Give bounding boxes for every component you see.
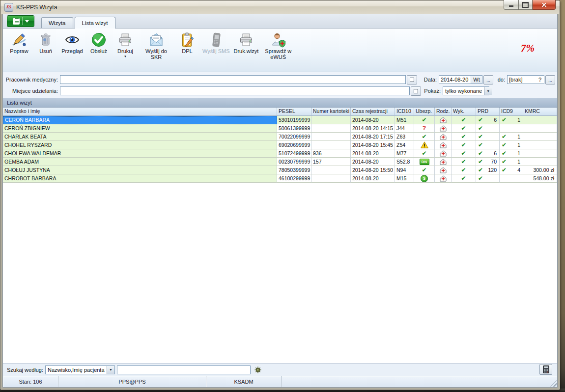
date-to-help-button[interactable]: ? bbox=[536, 76, 544, 84]
cell-icd10: Z63 bbox=[395, 133, 414, 141]
cell-czas: 2014-08-20 bbox=[351, 174, 395, 183]
status-segment-1: PPS@PPS bbox=[58, 376, 206, 387]
list-group-header: Lista wizyt bbox=[3, 98, 557, 108]
date-to-browse-button[interactable]: ... bbox=[545, 75, 555, 84]
search-mode-dropdown[interactable]: Nazwisko,Imię pacjenta ▼ bbox=[45, 365, 115, 374]
column-header-czas-rejestracji[interactable]: Czas rejestracji bbox=[351, 108, 395, 116]
chevron-down-icon: ▼ bbox=[484, 87, 492, 95]
search-gear-icon[interactable] bbox=[254, 366, 261, 373]
cell-wyk: ✔ bbox=[452, 124, 476, 133]
pracownik-input[interactable] bbox=[60, 75, 406, 84]
toolbar-button-drukuj[interactable]: Drukuj▼ bbox=[112, 30, 139, 59]
menu-separator bbox=[22, 17, 23, 25]
check-circle-icon bbox=[90, 31, 107, 48]
cell-icd9: ✔1 bbox=[500, 158, 523, 166]
status-segment-3 bbox=[282, 376, 557, 387]
title-bar[interactable]: KS KS-PPS Wizyta bbox=[0, 0, 560, 14]
dn-badge-icon: DN bbox=[420, 159, 429, 165]
date-from-input[interactable] bbox=[439, 76, 471, 84]
table-row[interactable]: CHOHEL RYSZARD690206999992014-08-20 15:4… bbox=[3, 141, 557, 149]
tab-lista-wizyt[interactable]: Lista wizyt bbox=[75, 17, 115, 28]
progress-percent: 7% bbox=[521, 42, 535, 55]
cell-rodz bbox=[435, 149, 452, 158]
prd-value: 70 bbox=[491, 158, 497, 165]
cell-prd: ✔70 bbox=[476, 158, 500, 166]
cell-prd: ✔6 bbox=[476, 149, 500, 158]
status-bar: Stan: 106PPS@PPSKSADM bbox=[3, 376, 557, 387]
cell-ubezp: ✔ bbox=[414, 116, 435, 124]
tab-wizyta[interactable]: Wizyta bbox=[41, 17, 73, 28]
table-row[interactable]: CHARLAK BEATA700220999992014-08-20 17:15… bbox=[3, 133, 557, 141]
column-header-kmrc[interactable]: KMRC bbox=[523, 108, 557, 116]
close-button[interactable] bbox=[533, 0, 556, 10]
column-header-rodz[interactable]: Rodz. bbox=[435, 108, 452, 116]
cell-ubezp: DN bbox=[414, 158, 435, 166]
pracownik-picker-button[interactable] bbox=[407, 75, 417, 84]
check-icon: ✔ bbox=[478, 117, 483, 123]
column-header-numer-kartoteki[interactable]: Numer kartoteki bbox=[311, 108, 351, 116]
column-header-wyk[interactable]: Wyk. bbox=[452, 108, 476, 116]
table-row[interactable]: CHOŁUJ JUSTYNA780503999992014-08-20 15:5… bbox=[3, 166, 557, 174]
cell-pesel: 70022099999 bbox=[277, 133, 311, 141]
cell-czas: 2014-08-20 bbox=[351, 158, 395, 166]
cell-prd: ✔6 bbox=[476, 116, 500, 124]
cell-kmrc bbox=[523, 158, 557, 166]
icd9-value: 1 bbox=[517, 158, 520, 165]
cell-czas: 2014-08-20 bbox=[351, 149, 395, 158]
cell-wyk: ✔ bbox=[452, 116, 476, 124]
column-header-prd[interactable]: PRD bbox=[476, 108, 500, 116]
column-header-ubezp[interactable]: Ubezp. bbox=[414, 108, 435, 116]
icd9-value: 1 bbox=[517, 141, 520, 148]
cell-wyk: ✔ bbox=[452, 149, 476, 158]
table-row[interactable]: CEROŃ BARBARA530101999992014-08-20M51✔✔✔… bbox=[3, 116, 557, 124]
miejsce-picker-button[interactable] bbox=[411, 86, 421, 96]
check-icon: ✔ bbox=[502, 150, 507, 156]
search-input[interactable] bbox=[117, 365, 251, 374]
miejsce-input[interactable] bbox=[60, 86, 410, 95]
toolbar-button-dpl[interactable]: DPL bbox=[174, 30, 200, 55]
date-from-browse-button[interactable]: ... bbox=[483, 75, 493, 84]
column-header-icd10[interactable]: ICD10 bbox=[395, 108, 414, 116]
table-row[interactable]: CEROŃ ZBIGNIEW500613999992014-08-20 14:1… bbox=[3, 124, 557, 133]
chevron-down-icon bbox=[25, 20, 29, 23]
window-controls bbox=[504, 0, 556, 10]
cell-rodz bbox=[435, 166, 452, 174]
main-menu-button[interactable] bbox=[7, 15, 34, 27]
toolbar-button-przegląd[interactable]: Przegląd bbox=[59, 30, 85, 55]
visit-table: Nazwisko i imięPESELNumer kartotekiCzas … bbox=[3, 108, 557, 363]
check-icon: ✔ bbox=[461, 125, 466, 131]
column-header-nazwisko-i-imię[interactable]: Nazwisko i imię bbox=[3, 108, 277, 116]
cell-prd: ✔ bbox=[476, 174, 500, 183]
mobile-phone-icon bbox=[208, 31, 225, 48]
table-row[interactable]: GEMBA ADAM002307999991572014-08-20S52.8D… bbox=[3, 158, 557, 166]
toolbar-button-obsłuż[interactable]: Obsłuż bbox=[85, 30, 112, 55]
table-row[interactable]: CHROBOT BARBARA461002999992014-08-20M15$… bbox=[3, 174, 557, 183]
toolbar-button-sprawdź-w-ewuś[interactable]: Sprawdź w eWUŚ bbox=[260, 30, 296, 61]
check-icon: ✔ bbox=[422, 167, 426, 173]
toolbar-button-wyślij-do-skr[interactable]: Wyślij do SKR bbox=[139, 30, 174, 61]
toolbar-button-wyślij-sms[interactable]: Wyślij SMS bbox=[200, 30, 232, 55]
pokaz-dropdown[interactable]: tylko wykonane ▼ bbox=[443, 86, 489, 95]
cell-pesel: 51072499999 bbox=[277, 149, 311, 158]
pokaz-value: tylko wykonane bbox=[443, 87, 484, 95]
toolbar-button-popraw[interactable]: Popraw bbox=[6, 30, 32, 55]
cell-ubezp: ✔ bbox=[414, 166, 435, 174]
column-header-icd9[interactable]: ICD9 bbox=[500, 108, 523, 116]
column-header-pesel[interactable]: PESEL bbox=[277, 108, 311, 116]
check-icon: ✔ bbox=[461, 134, 466, 140]
maximize-button[interactable] bbox=[519, 0, 533, 10]
toolbar-button-druk-wizyt[interactable]: Druk.wizyt bbox=[232, 30, 261, 55]
cell-icd9 bbox=[500, 174, 523, 183]
calculator-button[interactable] bbox=[539, 364, 552, 375]
prd-value: 120 bbox=[488, 167, 497, 173]
question-icon: ? bbox=[423, 125, 426, 132]
date-from-field: Wt bbox=[439, 75, 482, 84]
table-row[interactable]: CHOLEWA WALDEMAR510724999999362014-08-20… bbox=[3, 149, 557, 158]
cell-icd10: S52.8 bbox=[395, 158, 414, 166]
cell-pesel: 00230799999 bbox=[277, 158, 311, 166]
cell-ubezp: $ bbox=[414, 174, 435, 183]
date-to-input[interactable] bbox=[508, 76, 536, 84]
minimize-button[interactable] bbox=[504, 0, 519, 10]
home-visit-icon bbox=[440, 167, 447, 173]
toolbar-button-usuń[interactable]: Usuń bbox=[32, 30, 59, 55]
